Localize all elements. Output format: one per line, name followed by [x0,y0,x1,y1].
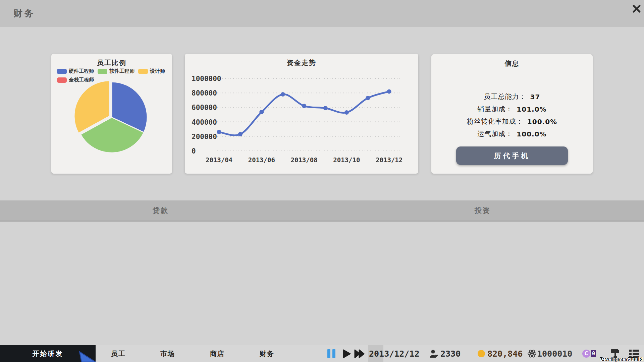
research-points: 1000010 [537,345,572,362]
play-icon[interactable] [343,349,351,358]
stat-fan-conversion-bonus: 粉丝转化率加成：100.0% [431,115,593,128]
svg-text:2013/04: 2013/04 [206,156,232,164]
legend-item-software: 软件工程师 [98,68,135,74]
money-amount: 820,846 [487,345,523,362]
legend-item-designer: 设计师 [138,68,165,74]
research-atom-icon [528,349,536,358]
close-icon[interactable] [631,3,642,14]
funds-trend-card: 020000040000060000080000010000002013/042… [185,54,418,174]
svg-text:1000000: 1000000 [192,75,221,83]
tab-staff[interactable]: 员工 [104,345,133,362]
c-currency-count: 0 [591,350,596,357]
info-stats: 员工总能力：37 销量加成：101.0% 粉丝转化率加成：100.0% 运气加成… [431,90,593,140]
fast-forward-icon[interactable] [354,349,365,358]
legend-swatch [138,69,148,74]
tab-shop[interactable]: 商店 [203,345,232,362]
section-bar: 贷款 投资 [0,200,644,222]
svg-text:2013/10: 2013/10 [333,156,360,164]
legend-swatch [98,69,107,74]
employee-pie-chart [51,80,172,171]
dev-build-watermark: Development Build [600,357,643,362]
fans-count: 2330 [440,345,461,362]
svg-text:600000: 600000 [192,104,217,112]
header-bar: 财务 [0,0,644,27]
bottom-bar: 开始研发 员工 市场 商店 财务 2013/12/12 2330 820,846 [0,345,644,362]
pause-icon[interactable] [327,349,336,358]
tab-finance[interactable]: 财务 [252,345,282,362]
svg-text:2013/06: 2013/06 [248,156,275,164]
coin-icon [478,350,485,357]
stat-luck-bonus: 运气加成：100.0% [431,128,593,140]
svg-text:2013/08: 2013/08 [291,156,318,164]
loan-section-label: 贷款 [141,200,181,221]
info-title: 信息 [431,59,593,68]
fans-icon [430,349,438,358]
phone-history-button[interactable]: 历代手机 [456,146,568,165]
employee-ratio-title: 员工比例 [51,58,172,67]
finance-screen: 财务 员工比例 硬件工程师 软件工程师 设计师 全栈工程师 [0,0,644,362]
employee-ratio-card: 员工比例 硬件工程师 软件工程师 设计师 全栈工程师 [51,54,172,174]
funds-trend-title: 资金走势 [185,58,418,67]
svg-text:200000: 200000 [192,133,217,141]
svg-text:0: 0 [192,147,196,155]
svg-text:2013/12: 2013/12 [376,156,402,164]
funds-line-chart: 020000040000060000080000010000002013/042… [185,54,418,174]
start-dev-button[interactable]: 开始研发 [0,345,96,362]
page-title: 财务 [13,7,36,19]
game-date: 2013/12/12 [369,345,420,362]
info-card: 信息 员工总能力：37 销量加成：101.0% 粉丝转化率加成：100.0% 运… [431,54,593,174]
stat-sales-bonus: 销量加成：101.0% [431,103,593,115]
tab-market[interactable]: 市场 [153,345,182,362]
stat-total-ability: 员工总能力：37 [431,90,593,103]
legend-swatch [57,69,67,74]
legend-item-hardware: 硬件工程师 [57,68,94,74]
invest-section-label: 投资 [463,200,503,221]
c-currency-icon: C [582,350,590,358]
svg-text:800000: 800000 [192,89,217,97]
svg-text:400000: 400000 [192,118,217,126]
